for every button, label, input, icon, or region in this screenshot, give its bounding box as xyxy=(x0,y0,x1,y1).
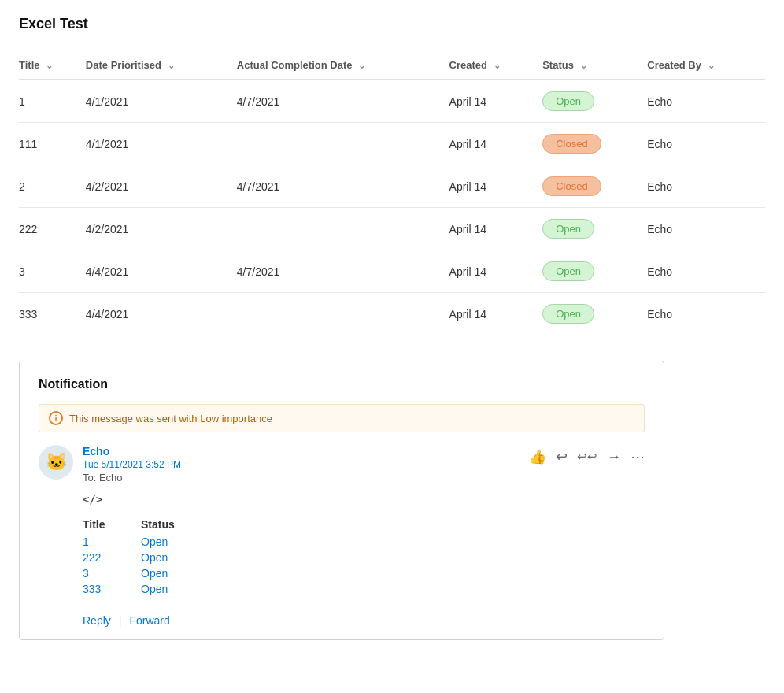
email-body: </> Title Status 1 Open 222 Open 3 Open … xyxy=(83,493,645,595)
col-created-by[interactable]: Created By ⌄ xyxy=(647,51,765,80)
sort-icon-date-prioritised: ⌄ xyxy=(168,61,175,71)
cell-actual-completion-date xyxy=(237,293,449,335)
send-time: Tue 5/11/2021 3:52 PM xyxy=(83,459,181,470)
table-row: 2 4/2/2021 4/7/2021 April 14 Closed Echo xyxy=(19,165,765,208)
content-row-status: Open xyxy=(141,567,168,580)
status-badge: Open xyxy=(542,219,594,239)
email-actions: 👍 ↩ ↩↩ → ⋯ xyxy=(529,448,645,465)
content-row: 333 Open xyxy=(83,583,645,595)
cell-title: 1 xyxy=(19,80,86,123)
email-content-table: Title Status 1 Open 222 Open 3 Open 333 … xyxy=(83,518,645,595)
notification-title: Notification xyxy=(39,377,645,391)
cell-status: Closed xyxy=(542,165,647,208)
like-button[interactable]: 👍 xyxy=(529,448,546,465)
cell-title: 2 xyxy=(19,165,86,208)
low-importance-bar: i This message was sent with Low importa… xyxy=(39,404,645,432)
cell-created: April 14 xyxy=(449,293,543,335)
reply-button[interactable]: ↩ xyxy=(556,448,568,465)
cell-created-by: Echo xyxy=(647,123,765,165)
cell-title: 222 xyxy=(19,208,86,250)
content-col-title-header: Title xyxy=(83,518,122,531)
sort-icon-title: ⌄ xyxy=(46,61,53,71)
content-row: 1 Open xyxy=(83,536,645,548)
cell-date-prioritised: 4/2/2021 xyxy=(86,208,237,250)
cell-created: April 14 xyxy=(449,208,543,250)
table-row: 333 4/4/2021 April 14 Open Echo xyxy=(19,293,765,335)
cell-created-by: Echo xyxy=(647,293,765,335)
content-row-status: Open xyxy=(141,551,168,564)
more-button[interactable]: ⋯ xyxy=(631,448,645,465)
cell-created-by: Echo xyxy=(647,250,765,293)
avatar: 🐱 xyxy=(39,445,73,480)
cell-date-prioritised: 4/1/2021 xyxy=(86,123,237,165)
cell-title: 111 xyxy=(19,123,86,165)
content-row: 222 Open xyxy=(83,551,645,564)
sender-details: Echo Tue 5/11/2021 3:52 PM To: Echo xyxy=(83,445,181,484)
sort-icon-actual-completion-date: ⌄ xyxy=(358,61,365,71)
table-row: 111 4/1/2021 April 14 Closed Echo xyxy=(19,123,765,165)
cell-status: Open xyxy=(542,293,647,335)
low-importance-text: This message was sent with Low importanc… xyxy=(69,413,272,424)
cell-actual-completion-date xyxy=(237,208,449,250)
send-to: To: Echo xyxy=(83,472,181,484)
cell-date-prioritised: 4/4/2021 xyxy=(86,250,237,293)
content-row-title: 1 xyxy=(83,536,122,548)
cell-actual-completion-date: 4/7/2021 xyxy=(237,250,449,293)
status-badge: Open xyxy=(542,261,594,281)
cell-created-by: Echo xyxy=(647,165,765,208)
table-row: 3 4/4/2021 4/7/2021 April 14 Open Echo xyxy=(19,250,765,293)
cell-actual-completion-date: 4/7/2021 xyxy=(237,165,449,208)
reply-all-button[interactable]: ↩↩ xyxy=(577,450,597,464)
content-row-title: 3 xyxy=(83,567,122,580)
status-badge: Closed xyxy=(542,134,601,154)
cell-status: Open xyxy=(542,208,647,250)
cell-status: Open xyxy=(542,80,647,123)
content-row: 3 Open xyxy=(83,567,645,580)
notification-panel: Notification i This message was sent wit… xyxy=(19,361,664,640)
table-row: 1 4/1/2021 4/7/2021 April 14 Open Echo xyxy=(19,80,765,123)
forward-link[interactable]: Forward xyxy=(129,614,169,627)
cell-created: April 14 xyxy=(449,123,543,165)
status-badge: Open xyxy=(542,91,594,111)
cell-created: April 14 xyxy=(449,80,543,123)
status-badge: Closed xyxy=(542,176,601,196)
cell-created: April 14 xyxy=(449,250,543,293)
sort-icon-status: ⌄ xyxy=(580,61,587,71)
col-status[interactable]: Status ⌄ xyxy=(542,51,647,80)
content-row-title: 333 xyxy=(83,583,122,595)
content-row-status: Open xyxy=(141,583,168,595)
col-actual-completion-date[interactable]: Actual Completion Date ⌄ xyxy=(237,51,449,80)
status-badge: Open xyxy=(542,304,594,324)
page-title: Excel Test xyxy=(19,16,765,32)
sort-icon-created: ⌄ xyxy=(494,61,501,71)
cell-created-by: Echo xyxy=(647,80,765,123)
content-table-header: Title Status xyxy=(83,518,645,531)
cell-created: April 14 xyxy=(449,165,543,208)
cell-title: 333 xyxy=(19,293,86,335)
cell-status: Closed xyxy=(542,123,647,165)
content-col-status-header: Status xyxy=(141,518,175,531)
data-table: Title ⌄ Date Prioritised ⌄ Actual Comple… xyxy=(19,51,765,335)
reply-link[interactable]: Reply xyxy=(83,614,111,627)
cell-title: 3 xyxy=(19,250,86,293)
col-title[interactable]: Title ⌄ xyxy=(19,51,86,80)
cell-created-by: Echo xyxy=(647,208,765,250)
table-row: 222 4/2/2021 April 14 Open Echo xyxy=(19,208,765,250)
footer-divider: | xyxy=(119,614,122,627)
info-icon: i xyxy=(49,411,63,425)
content-row-status: Open xyxy=(141,536,168,548)
content-row-title: 222 xyxy=(83,551,122,564)
col-date-prioritised[interactable]: Date Prioritised ⌄ xyxy=(86,51,237,80)
col-created[interactable]: Created ⌄ xyxy=(449,51,543,80)
email-header: 🐱 Echo Tue 5/11/2021 3:52 PM To: Echo 👍 … xyxy=(39,445,645,484)
cell-status: Open xyxy=(542,250,647,293)
cell-date-prioritised: 4/4/2021 xyxy=(86,293,237,335)
sort-icon-created-by: ⌄ xyxy=(708,61,715,71)
code-tag: </> xyxy=(83,493,645,506)
forward-button[interactable]: → xyxy=(607,449,621,465)
sender-name: Echo xyxy=(83,445,181,458)
email-footer: Reply | Forward xyxy=(83,608,645,627)
cell-date-prioritised: 4/1/2021 xyxy=(86,80,237,123)
cell-actual-completion-date xyxy=(237,123,449,165)
email-sender-info: 🐱 Echo Tue 5/11/2021 3:52 PM To: Echo xyxy=(39,445,181,484)
